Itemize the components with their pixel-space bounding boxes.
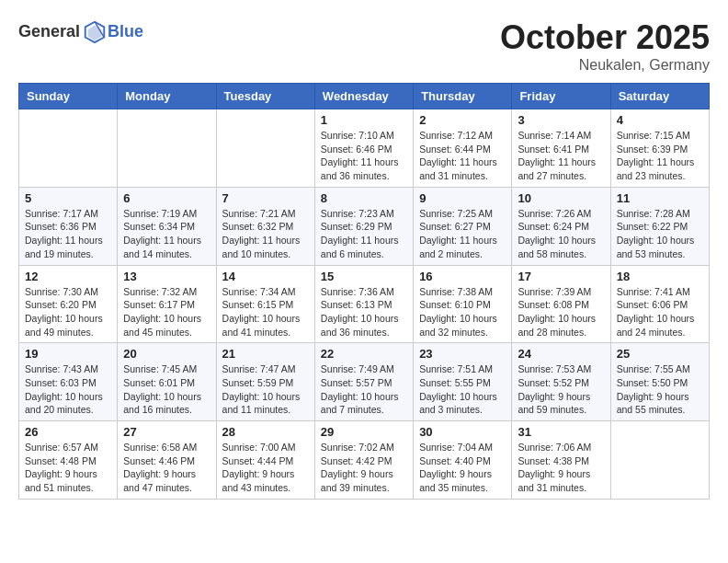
calendar-cell: 10Sunrise: 7:26 AM Sunset: 6:24 PM Dayli… [512,187,610,265]
day-info: Sunrise: 6:57 AM Sunset: 4:48 PM Dayligh… [25,441,111,495]
weekday-header-saturday: Saturday [610,84,709,109]
calendar-cell: 20Sunrise: 7:45 AM Sunset: 6:01 PM Dayli… [118,343,216,421]
calendar-cell: 14Sunrise: 7:34 AM Sunset: 6:15 PM Dayli… [216,265,314,343]
day-info: Sunrise: 7:04 AM Sunset: 4:40 PM Dayligh… [419,441,506,495]
day-number: 31 [518,425,604,439]
calendar-cell: 12Sunrise: 7:30 AM Sunset: 6:20 PM Dayli… [19,265,118,343]
calendar-cell: 3Sunrise: 7:14 AM Sunset: 6:41 PM Daylig… [512,109,610,188]
calendar-cell: 17Sunrise: 7:39 AM Sunset: 6:08 PM Dayli… [512,265,610,343]
day-number: 23 [419,347,506,361]
day-number: 9 [419,191,506,205]
calendar-week-row: 26Sunrise: 6:57 AM Sunset: 4:48 PM Dayli… [19,421,710,500]
day-number: 20 [123,347,210,361]
calendar-week-row: 19Sunrise: 7:43 AM Sunset: 6:03 PM Dayli… [19,343,710,421]
day-info: Sunrise: 7:12 AM Sunset: 6:44 PM Dayligh… [419,129,506,183]
day-info: Sunrise: 6:58 AM Sunset: 4:46 PM Dayligh… [123,441,210,495]
day-info: Sunrise: 7:41 AM Sunset: 6:06 PM Dayligh… [617,285,703,339]
day-number: 30 [419,425,506,439]
day-number: 11 [617,191,703,205]
calendar-cell [216,109,314,188]
calendar-cell: 18Sunrise: 7:41 AM Sunset: 6:06 PM Dayli… [610,265,709,343]
day-info: Sunrise: 7:55 AM Sunset: 5:50 PM Dayligh… [617,362,703,417]
day-info: Sunrise: 7:26 AM Sunset: 6:24 PM Dayligh… [518,207,604,261]
calendar-cell: 25Sunrise: 7:55 AM Sunset: 5:50 PM Dayli… [610,343,709,421]
day-info: Sunrise: 7:02 AM Sunset: 4:42 PM Dayligh… [321,441,407,495]
svg-marker-1 [88,25,102,40]
day-number: 6 [123,191,210,205]
day-number: 19 [25,347,111,361]
calendar-cell [19,109,118,188]
calendar-week-row: 5Sunrise: 7:17 AM Sunset: 6:36 PM Daylig… [19,187,710,265]
calendar-week-row: 12Sunrise: 7:30 AM Sunset: 6:20 PM Dayli… [19,265,710,343]
weekday-header-thursday: Thursday [414,84,512,109]
day-number: 3 [518,113,604,127]
day-info: Sunrise: 7:19 AM Sunset: 6:34 PM Dayligh… [123,207,210,261]
day-number: 15 [321,270,407,283]
day-number: 22 [321,347,407,361]
day-number: 18 [617,270,703,283]
day-info: Sunrise: 7:25 AM Sunset: 6:27 PM Dayligh… [419,207,506,261]
calendar-cell: 6Sunrise: 7:19 AM Sunset: 6:34 PM Daylig… [118,187,216,265]
day-info: Sunrise: 7:21 AM Sunset: 6:32 PM Dayligh… [222,207,309,261]
day-number: 26 [25,425,111,439]
calendar-cell: 13Sunrise: 7:32 AM Sunset: 6:17 PM Dayli… [118,265,216,343]
day-number: 12 [25,270,111,283]
calendar-cell: 9Sunrise: 7:25 AM Sunset: 6:27 PM Daylig… [414,187,512,265]
day-info: Sunrise: 7:53 AM Sunset: 5:52 PM Dayligh… [518,362,604,417]
day-info: Sunrise: 7:45 AM Sunset: 6:01 PM Dayligh… [123,362,210,417]
day-info: Sunrise: 7:43 AM Sunset: 6:03 PM Dayligh… [25,362,111,417]
day-number: 27 [123,425,210,439]
calendar-cell: 30Sunrise: 7:04 AM Sunset: 4:40 PM Dayli… [414,421,512,500]
day-info: Sunrise: 7:30 AM Sunset: 6:20 PM Dayligh… [25,285,111,339]
day-number: 25 [617,347,703,361]
day-number: 1 [321,113,407,127]
day-number: 10 [518,191,604,205]
logo: General Blue [18,18,143,44]
calendar-cell: 27Sunrise: 6:58 AM Sunset: 4:46 PM Dayli… [118,421,216,500]
calendar-cell: 22Sunrise: 7:49 AM Sunset: 5:57 PM Dayli… [314,343,413,421]
calendar-cell: 11Sunrise: 7:28 AM Sunset: 6:22 PM Dayli… [610,187,709,265]
day-info: Sunrise: 7:39 AM Sunset: 6:08 PM Dayligh… [518,285,604,339]
title-block: October 2025 Neukalen, Germany [500,18,710,74]
day-number: 24 [518,347,604,361]
calendar-cell [610,421,709,500]
calendar-cell: 28Sunrise: 7:00 AM Sunset: 4:44 PM Dayli… [216,421,314,500]
calendar-cell: 31Sunrise: 7:06 AM Sunset: 4:38 PM Dayli… [512,421,610,500]
calendar-cell: 7Sunrise: 7:21 AM Sunset: 6:32 PM Daylig… [216,187,314,265]
calendar-table: SundayMondayTuesdayWednesdayThursdayFrid… [18,83,710,500]
day-info: Sunrise: 7:10 AM Sunset: 6:46 PM Dayligh… [321,129,407,183]
day-number: 5 [25,191,111,205]
day-info: Sunrise: 7:23 AM Sunset: 6:29 PM Dayligh… [321,207,407,261]
day-info: Sunrise: 7:38 AM Sunset: 6:10 PM Dayligh… [419,285,506,339]
weekday-header-friday: Friday [512,84,610,109]
calendar-cell: 19Sunrise: 7:43 AM Sunset: 6:03 PM Dayli… [19,343,118,421]
weekday-header-wednesday: Wednesday [314,84,413,109]
day-info: Sunrise: 7:51 AM Sunset: 5:55 PM Dayligh… [419,362,506,417]
calendar-week-row: 1Sunrise: 7:10 AM Sunset: 6:46 PM Daylig… [19,109,710,188]
day-number: 2 [419,113,506,127]
logo-icon [82,18,108,44]
day-number: 16 [419,270,506,283]
calendar-cell: 26Sunrise: 6:57 AM Sunset: 4:48 PM Dayli… [19,421,118,500]
calendar-cell: 2Sunrise: 7:12 AM Sunset: 6:44 PM Daylig… [414,109,512,188]
day-info: Sunrise: 7:17 AM Sunset: 6:36 PM Dayligh… [25,207,111,261]
location-subtitle: Neukalen, Germany [500,57,710,74]
calendar-cell: 21Sunrise: 7:47 AM Sunset: 5:59 PM Dayli… [216,343,314,421]
day-info: Sunrise: 7:15 AM Sunset: 6:39 PM Dayligh… [617,129,703,183]
day-number: 29 [321,425,407,439]
logo-text-blue: Blue [108,22,143,41]
calendar-cell: 16Sunrise: 7:38 AM Sunset: 6:10 PM Dayli… [414,265,512,343]
calendar-cell: 8Sunrise: 7:23 AM Sunset: 6:29 PM Daylig… [314,187,413,265]
day-info: Sunrise: 7:47 AM Sunset: 5:59 PM Dayligh… [222,362,309,417]
calendar-cell: 29Sunrise: 7:02 AM Sunset: 4:42 PM Dayli… [314,421,413,500]
day-info: Sunrise: 7:36 AM Sunset: 6:13 PM Dayligh… [321,285,407,339]
day-number: 28 [222,425,309,439]
calendar-cell: 1Sunrise: 7:10 AM Sunset: 6:46 PM Daylig… [314,109,413,188]
day-number: 17 [518,270,604,283]
day-info: Sunrise: 7:14 AM Sunset: 6:41 PM Dayligh… [518,129,604,183]
day-info: Sunrise: 7:06 AM Sunset: 4:38 PM Dayligh… [518,441,604,495]
day-info: Sunrise: 7:34 AM Sunset: 6:15 PM Dayligh… [222,285,309,339]
day-info: Sunrise: 7:00 AM Sunset: 4:44 PM Dayligh… [222,441,309,495]
day-info: Sunrise: 7:28 AM Sunset: 6:22 PM Dayligh… [617,207,703,261]
day-number: 8 [321,191,407,205]
